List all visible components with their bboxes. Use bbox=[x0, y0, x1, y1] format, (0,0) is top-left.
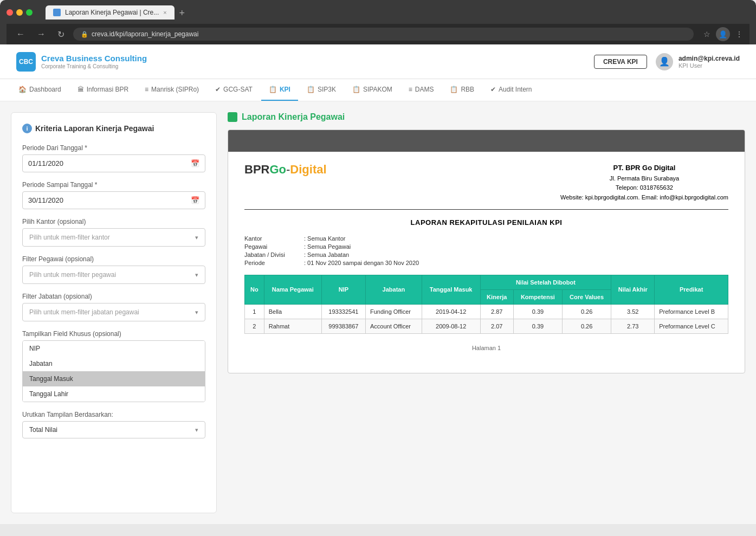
kpi-icon: 📋 bbox=[269, 86, 277, 93]
cell-nilai-akhir-1: 3.52 bbox=[611, 304, 655, 319]
sidebar-item-kpi[interactable]: 📋 KPI bbox=[261, 79, 298, 101]
browser-actions: ☆ 👤 ⋮ bbox=[703, 27, 743, 41]
panel-title-text: Kriteria Laporan Kinerja Pegawai bbox=[35, 124, 154, 133]
listbox-item-nip[interactable]: NIP bbox=[23, 341, 205, 356]
url-text: creva.id/kpi/laporan_kinerja_pegawai bbox=[92, 30, 198, 38]
periode-dari-value: 01/11/2020 bbox=[28, 159, 63, 167]
report-footer: Halaman 1 bbox=[244, 334, 728, 362]
info-icon: i bbox=[22, 124, 32, 133]
th-kinerja: Kinerja bbox=[480, 289, 513, 304]
manrisk-icon: ≡ bbox=[145, 86, 148, 93]
browser-titlebar: Laporan Kinerja Pegawai | Cre... × + bbox=[7, 5, 749, 20]
nav-label-dashboard: Dashboard bbox=[29, 86, 61, 93]
back-button[interactable]: ← bbox=[13, 28, 28, 40]
company-name: PT. BPR Go Digital bbox=[560, 163, 728, 174]
browser-addressbar: ← → ↻ 🔒 creva.id/kpi/laporan_kinerja_peg… bbox=[7, 24, 749, 44]
cell-kompetensi-2: 0.39 bbox=[513, 319, 562, 333]
close-window-button[interactable] bbox=[7, 9, 13, 16]
nav-label-sip3k: SIP3K bbox=[318, 86, 336, 93]
bookmark-button[interactable]: ☆ bbox=[703, 30, 710, 38]
sidebar-item-gcg-sat[interactable]: ✔ GCG-SAT bbox=[208, 79, 260, 101]
brand-abbr: CBC bbox=[19, 58, 33, 66]
th-kompetensi: Kompetensi bbox=[513, 289, 562, 304]
browser-chrome: Laporan Kinerja Pegawai | Cre... × + ← →… bbox=[0, 0, 756, 44]
cell-tanggal-masuk-1: 2019-04-12 bbox=[422, 304, 480, 319]
sidebar-item-informasi-bpr[interactable]: 🏛 Informasi BPR bbox=[70, 79, 136, 101]
user-details: admin@kpi.creva.id KPI User bbox=[679, 55, 740, 69]
new-tab-button[interactable]: + bbox=[176, 7, 189, 20]
sidebar-item-dashboard[interactable]: 🏠 Dashboard bbox=[11, 79, 69, 101]
home-icon: 🏠 bbox=[18, 86, 27, 93]
forward-button[interactable]: → bbox=[34, 28, 49, 40]
meta-periode-row: Periode : 01 Nov 2020 sampai dengan 30 N… bbox=[244, 260, 728, 266]
panel-title: i Kriteria Laporan Kinerja Pegawai bbox=[22, 124, 205, 133]
nav-menu: 🏠 Dashboard 🏛 Informasi BPR ≡ Manrisk (S… bbox=[0, 79, 756, 101]
logo-dash-text: - bbox=[286, 163, 290, 177]
user-avatar: 👤 bbox=[656, 53, 673, 70]
sidebar-item-sipakom[interactable]: 📋 SIPAKOM bbox=[345, 79, 400, 101]
meta-kantor-label: Kantor bbox=[244, 235, 304, 242]
brand: CBC Creva Business Consulting Corporate … bbox=[16, 52, 147, 72]
logo-digital-text: Digital bbox=[290, 163, 326, 177]
pilih-kantor-select[interactable]: Pilih untuk mem-filter kantor ▾ bbox=[22, 228, 205, 247]
field-khusus-label: Tampilkan Field Khusus (opsional) bbox=[22, 330, 205, 338]
filter-jabatan-select[interactable]: Pilih untuk mem-filter jabatan pegawai ▾ bbox=[22, 303, 205, 321]
rbb-icon: 📋 bbox=[450, 86, 458, 93]
sidebar-item-audit-intern[interactable]: ✔ Audit Intern bbox=[483, 79, 539, 101]
field-khusus-listbox[interactable]: NIP Jabatan Tanggal Masuk Tanggal Lahir bbox=[22, 340, 205, 402]
left-panel: i Kriteria Laporan Kinerja Pegawai Perio… bbox=[11, 112, 217, 513]
meta-pegawai-label: Pegawai bbox=[244, 243, 304, 250]
report-letterhead: BPR Go - Digital PT. BPR Go Digital Jl. … bbox=[244, 163, 728, 210]
main-content: i Kriteria Laporan Kinerja Pegawai Perio… bbox=[0, 101, 756, 524]
creva-kpi-button[interactable]: CREVA KPI bbox=[594, 55, 647, 69]
listbox-item-jabatan[interactable]: Jabatan bbox=[23, 356, 205, 371]
refresh-button[interactable]: ↻ bbox=[54, 28, 68, 41]
periode-dari-input[interactable]: 01/11/2020 📅 bbox=[22, 154, 205, 172]
nav-label-gcg-sat: GCG-SAT bbox=[223, 86, 253, 93]
brand-text: Creva Business Consulting Corporate Trai… bbox=[41, 54, 147, 69]
cell-kompetensi-1: 0.39 bbox=[513, 304, 562, 319]
cell-kinerja-1: 2.87 bbox=[480, 304, 513, 319]
meta-kantor-value: : Semua Kantor bbox=[304, 235, 345, 242]
cell-no-2: 2 bbox=[245, 319, 264, 333]
cell-jabatan-2: Account Officer bbox=[366, 319, 422, 333]
filter-pegawai-select[interactable]: Pilih untuk mem-filter pegawai ▾ bbox=[22, 266, 205, 284]
app-wrapper: CBC Creva Business Consulting Corporate … bbox=[0, 44, 756, 524]
chevron-down-icon-jabatan: ▾ bbox=[195, 309, 198, 316]
tab-title: Laporan Kinerja Pegawai | Cre... bbox=[65, 9, 159, 16]
app-header: CBC Creva Business Consulting Corporate … bbox=[0, 44, 756, 79]
periode-sampai-input[interactable]: 30/11/2020 📅 bbox=[22, 191, 205, 209]
menu-button[interactable]: ⋮ bbox=[735, 30, 743, 38]
pilih-kantor-group: Pilih Kantor (opsional) Pilih untuk mem-… bbox=[22, 218, 205, 247]
sidebar-item-manrisk[interactable]: ≡ Manrisk (SIPRo) bbox=[137, 79, 206, 101]
tab-close-button[interactable]: × bbox=[163, 9, 166, 16]
address-bar[interactable]: 🔒 creva.id/kpi/laporan_kinerja_pegawai bbox=[73, 28, 694, 41]
sidebar-item-sip3k[interactable]: 📋 SIP3K bbox=[299, 79, 344, 101]
calendar-icon-dari: 📅 bbox=[191, 159, 199, 167]
right-panel: Laporan Kinerja Pegawai BPR Go - Digital bbox=[228, 112, 745, 513]
th-nilai-group: Nilai Setelah Dibobot bbox=[480, 275, 611, 289]
company-logo: BPR Go - Digital bbox=[244, 163, 327, 177]
tab-favicon bbox=[53, 9, 61, 16]
th-nip: NIP bbox=[321, 275, 365, 304]
cell-nama-2: Rahmat bbox=[264, 319, 321, 333]
cell-nip-1: 193332541 bbox=[321, 304, 365, 319]
sidebar-item-rbb[interactable]: 📋 RBB bbox=[442, 79, 482, 101]
maximize-window-button[interactable] bbox=[26, 9, 33, 16]
th-tanggal-masuk: Tanggal Masuk bbox=[422, 275, 480, 304]
sort-value: Total Nilai bbox=[29, 426, 57, 434]
check-icon: ✔ bbox=[215, 86, 221, 93]
minimize-window-button[interactable] bbox=[16, 9, 23, 16]
report-title: Laporan Kinerja Pegawai bbox=[228, 112, 745, 122]
sort-select[interactable]: Total Nilai ▾ bbox=[22, 421, 205, 438]
logo-bpr-text: BPR bbox=[244, 163, 269, 177]
sidebar-item-dams[interactable]: ≡ DAMS bbox=[401, 79, 442, 101]
cell-tanggal-masuk-2: 2009-08-12 bbox=[422, 319, 480, 333]
dams-icon: ≡ bbox=[409, 86, 412, 93]
cell-kinerja-2: 2.07 bbox=[480, 319, 513, 333]
listbox-item-tanggal-lahir[interactable]: Tanggal Lahir bbox=[23, 386, 205, 402]
th-jabatan: Jabatan bbox=[366, 275, 422, 304]
filter-pegawai-placeholder: Pilih untuk mem-filter pegawai bbox=[29, 271, 116, 279]
browser-tab-active[interactable]: Laporan Kinerja Pegawai | Cre... × bbox=[46, 5, 175, 20]
listbox-item-tanggal-masuk[interactable]: Tanggal Masuk bbox=[23, 371, 205, 386]
